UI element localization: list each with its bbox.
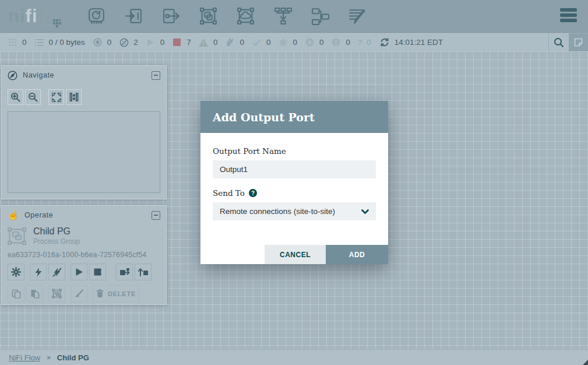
operate-title: Operate: [24, 211, 152, 219]
top-toolbar: nifi: [0, 0, 588, 33]
zoom-in-icon: [10, 92, 20, 102]
breadcrumb-resize-handle[interactable]: [583, 360, 588, 365]
upload-template-button[interactable]: [135, 264, 152, 280]
disable-button[interactable]: [48, 264, 65, 280]
template-icon[interactable]: [311, 6, 330, 26]
navigate-tools: [2, 85, 166, 105]
last-refresh[interactable]: 14:01:21 EDT: [380, 38, 443, 47]
navigate-header: Navigate: [2, 66, 166, 85]
compass-icon: [8, 71, 17, 80]
zoom-fit-icon: [52, 93, 61, 102]
process-group-badge-icon: [8, 227, 27, 245]
copy-button[interactable]: [8, 285, 24, 302]
add-output-port-dialog: Add Output Port Output Port Name Send To…: [200, 101, 388, 264]
remote-process-group-icon[interactable]: [236, 6, 255, 26]
stat-disabled: 0: [225, 38, 244, 47]
delete-button[interactable]: DELETE: [93, 285, 139, 302]
output-port-icon[interactable]: [161, 6, 181, 26]
zoom-actual-button[interactable]: [66, 89, 82, 105]
chevron-down-icon: [361, 209, 369, 214]
refresh-icon[interactable]: [380, 38, 390, 47]
paste-icon: [30, 289, 40, 299]
active-threads-icon: [8, 38, 17, 47]
breadcrumb-root-link[interactable]: NiFi Flow: [9, 353, 40, 362]
funnel-icon[interactable]: [273, 6, 293, 26]
stat-up-to-date: 0: [252, 38, 271, 47]
stat-running: 0: [146, 38, 165, 47]
stat-active-threads: 0: [8, 38, 27, 47]
gear-icon: [11, 267, 21, 277]
operate-actions-row-2: DELETE: [2, 280, 166, 302]
group-button[interactable]: [48, 285, 65, 302]
enable-button[interactable]: [30, 264, 47, 280]
play-icon: [75, 268, 83, 276]
process-group-icon[interactable]: [199, 6, 218, 26]
refresh-time: 14:01:21 EDT: [395, 38, 443, 47]
stop-button[interactable]: [89, 264, 106, 280]
group-selection-icon: [52, 289, 62, 299]
send-to-row: Send To ?: [213, 188, 376, 198]
stale-icon: [305, 38, 315, 47]
stat-transmitting: 0: [93, 38, 112, 47]
send-to-select[interactable]: Remote connections (site-to-site): [213, 202, 376, 220]
stop-icon: [94, 268, 101, 276]
not-transmitting-icon: [119, 38, 129, 47]
dialog-header: Add Output Port: [200, 101, 388, 133]
navigate-panel: Navigate: [1, 65, 167, 199]
lightning-slash-icon: [52, 268, 62, 277]
component-palette: [87, 6, 367, 26]
create-template-button[interactable]: [116, 264, 133, 280]
upload-template-icon: [138, 268, 149, 276]
global-menu-icon[interactable]: [560, 8, 577, 24]
up-to-date-icon: [252, 39, 262, 46]
zoom-actual-icon: [69, 93, 79, 101]
locally-modified-icon: [278, 38, 288, 47]
configure-button[interactable]: [8, 264, 24, 280]
flow-status-bar: 0 0 / 0 bytes 0 2: [0, 33, 588, 51]
operate-collapse-icon[interactable]: [152, 211, 160, 220]
disabled-icon: [225, 38, 235, 47]
bulletin-board-button[interactable]: [569, 33, 588, 51]
operate-actions-row-1: [2, 259, 166, 280]
stat-stale: 0: [305, 38, 324, 47]
logo-text-fi: fi: [26, 7, 38, 25]
breadcrumb-separator: »: [47, 353, 51, 362]
component-type: Process Group: [33, 237, 80, 245]
delete-label: DELETE: [108, 290, 136, 297]
add-button[interactable]: ADD: [326, 245, 388, 264]
transmitting-icon: [93, 38, 103, 47]
stat-sync-failure: ? 0: [358, 38, 372, 47]
stat-locally-modified-stale: 0: [331, 38, 350, 47]
birdseye-minimap[interactable]: [8, 111, 160, 193]
stat-locally-modified: 0: [278, 38, 297, 47]
search-button[interactable]: [549, 33, 569, 51]
navigate-collapse-icon[interactable]: [152, 71, 160, 80]
zoom-in-button[interactable]: [8, 89, 23, 105]
flow-canvas[interactable]: Navigate: [0, 51, 588, 349]
start-button[interactable]: [71, 264, 87, 280]
statusbar-right: [548, 33, 588, 51]
locally-modified-stale-icon: [331, 38, 341, 47]
input-port-icon[interactable]: [124, 6, 143, 26]
hand-pointer-icon: ☝: [8, 210, 19, 220]
nifi-app: nifi: [0, 0, 588, 365]
operate-header: ☝ Operate: [2, 206, 166, 224]
lightning-icon: [34, 268, 43, 277]
dialog-title: Add Output Port: [213, 111, 315, 124]
fill-color-button[interactable]: [71, 285, 87, 302]
paste-button[interactable]: [26, 285, 43, 302]
send-to-label: Send To: [213, 188, 245, 198]
zoom-out-button[interactable]: [25, 89, 41, 105]
output-port-name-input[interactable]: [213, 160, 376, 178]
navigate-title: Navigate: [23, 71, 152, 79]
output-port-name-label: Output Port Name: [213, 146, 376, 156]
cancel-button[interactable]: CANCEL: [265, 245, 326, 264]
label-icon[interactable]: [348, 6, 367, 26]
help-icon[interactable]: ?: [249, 189, 257, 197]
breadcrumb-current: Child PG: [57, 353, 89, 362]
zoom-fit-button[interactable]: [48, 89, 64, 105]
bulletin-note-icon: [574, 38, 583, 47]
breadcrumb: NiFi Flow » Child PG: [0, 349, 588, 365]
processor-icon[interactable]: [87, 6, 106, 26]
copy-icon: [12, 289, 21, 299]
